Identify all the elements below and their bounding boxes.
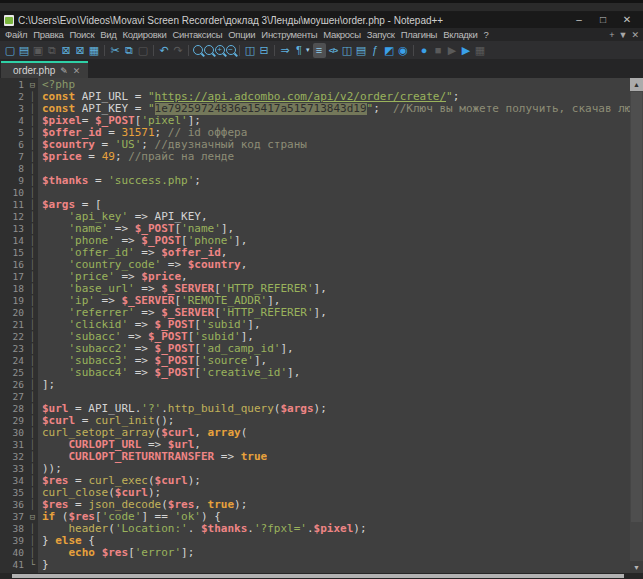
redo-icon[interactable]: ↷ bbox=[172, 43, 185, 58]
paste-icon[interactable]: ▢ bbox=[137, 43, 150, 58]
open-file-icon[interactable]: ▤ bbox=[18, 43, 31, 58]
indent-guide-icon[interactable]: ≡ bbox=[313, 43, 326, 58]
code-rows[interactable]: 1⊟<?php2│const API_URL = "https://api.ad… bbox=[0, 79, 630, 571]
close-file-icon[interactable]: ⊠ bbox=[60, 43, 73, 58]
code-text[interactable]: 'referrer' => $_SERVER['HTTP_REFERER'], bbox=[38, 307, 327, 319]
vertical-scrollbar[interactable]: ▲ ▼ bbox=[630, 78, 643, 573]
show-all-chars-dropdown-icon[interactable]: ▾ bbox=[306, 46, 312, 54]
find-icon[interactable] bbox=[193, 45, 203, 55]
menu-item-Инструменты[interactable]: Инструменты bbox=[258, 29, 320, 40]
menu-item-Файл[interactable]: Файл bbox=[2, 29, 30, 40]
menu-item-Опции[interactable]: Опции bbox=[225, 29, 258, 40]
fold-collapse-icon[interactable]: ⊟ bbox=[27, 79, 38, 91]
menu-item-Запуск[interactable]: Запуск bbox=[364, 29, 398, 40]
code-text[interactable]: $offer_id = 31571; // id оффера bbox=[38, 127, 247, 139]
macro-run-multiple-icon[interactable]: ▶ bbox=[460, 43, 473, 58]
code-text[interactable]: 'subacc3' => $_POST['source'], bbox=[38, 355, 267, 367]
code-text[interactable]: curl_setopt_array($curl, array( bbox=[38, 427, 247, 439]
code-text[interactable]: 'offer_id' => $offer_id, bbox=[38, 247, 227, 259]
horizontal-scrollbar-thumb[interactable] bbox=[12, 574, 624, 578]
code-text[interactable]: $args = [ bbox=[38, 199, 102, 211]
code-text[interactable]: 'base_url' => $_SERVER['HTTP_REFERER'], bbox=[38, 283, 327, 295]
code-text[interactable]: <?php bbox=[38, 79, 75, 91]
code-text[interactable]: $url = API_URL.'?'.http_build_query($arg… bbox=[38, 403, 327, 415]
macro-play-icon[interactable]: ▶ bbox=[446, 43, 459, 58]
word-wrap-icon[interactable]: ⇒ bbox=[279, 43, 292, 58]
folder-workspace-icon[interactable]: ◩ bbox=[383, 43, 396, 58]
code-text[interactable]: $thanks = 'success.php'; bbox=[38, 175, 201, 187]
document-list-icon[interactable]: ▤ bbox=[355, 43, 368, 58]
menu-item-Макросы[interactable]: Макросы bbox=[320, 29, 364, 40]
code-text[interactable]: header('Location:'. $thanks.'?fpxl='.$pi… bbox=[38, 523, 367, 535]
fold-collapse-icon[interactable]: ⊟ bbox=[27, 511, 38, 523]
macro-record-icon[interactable]: ● bbox=[418, 43, 431, 58]
sync-horizontal-scroll-icon[interactable]: ⊟ bbox=[258, 43, 271, 58]
zoom-out-icon[interactable]: − bbox=[226, 45, 236, 55]
function-list-icon[interactable]: </> bbox=[327, 43, 340, 58]
new-file-icon[interactable]: ▢ bbox=[4, 43, 17, 58]
code-text[interactable]: 'subacc' => $_POST['subid'], bbox=[38, 331, 254, 343]
code-text[interactable]: } bbox=[38, 559, 49, 571]
code-text[interactable] bbox=[38, 187, 42, 199]
code-text[interactable] bbox=[38, 163, 42, 175]
menubar-dropdown-icon[interactable]: ▼ bbox=[619, 30, 628, 40]
monitoring-icon[interactable]: ◉ bbox=[397, 43, 410, 58]
code-text[interactable]: $res = json_decode($res, true); bbox=[38, 499, 247, 511]
code-text[interactable]: 'api_key' => API_KEY, bbox=[38, 211, 208, 223]
code-text[interactable]: const API_KEY = "1e79259724836e15417a515… bbox=[38, 103, 630, 115]
macro-save-icon[interactable]: ▦ bbox=[474, 43, 487, 58]
code-text[interactable]: CURLOPT_URL => $url, bbox=[38, 439, 201, 451]
sync-vertical-scroll-icon[interactable]: ◫ bbox=[244, 43, 257, 58]
code-text[interactable]: const API_URL = "https://api.adcombo.com… bbox=[38, 91, 459, 103]
menu-item-Правка[interactable]: Правка bbox=[30, 29, 66, 40]
macro-stop-icon[interactable]: ■ bbox=[432, 43, 445, 58]
code-text[interactable]: 'price' => $price, bbox=[38, 271, 188, 283]
menu-item-Плагины[interactable]: Плагины bbox=[398, 29, 440, 40]
code-text[interactable]: ]; bbox=[38, 379, 55, 391]
menu-item-help[interactable]: ? bbox=[480, 29, 491, 40]
save-all-icon[interactable]: ⧉ bbox=[46, 43, 59, 58]
horizontal-scrollbar[interactable] bbox=[0, 573, 643, 579]
print-icon[interactable]: ▦ bbox=[88, 43, 101, 58]
close-button[interactable]: ✕ bbox=[615, 12, 639, 28]
maximize-button[interactable]: □ bbox=[591, 12, 615, 28]
code-text[interactable]: } else { bbox=[38, 535, 95, 547]
code-text[interactable]: $pixel= $_POST['pixel']; bbox=[38, 115, 201, 127]
show-all-characters-icon[interactable]: ¶ bbox=[293, 43, 306, 58]
menu-item-Вид[interactable]: Вид bbox=[97, 29, 119, 40]
code-text[interactable]: $curl = curl_init(); bbox=[38, 415, 174, 427]
function-panel-icon[interactable]: ƒ bbox=[369, 43, 382, 58]
code-text[interactable]: 'name' => $_POST['name'], bbox=[38, 223, 234, 235]
minimize-button[interactable]: – bbox=[567, 12, 591, 28]
titlebar[interactable]: C:\Users\Evo\Videos\Movavi Screen Record… bbox=[0, 12, 643, 28]
cut-icon[interactable]: ✂ bbox=[109, 43, 122, 58]
code-text[interactable]: 'ip' => $_SERVER['REMOTE_ADDR'], bbox=[38, 295, 280, 307]
copy-icon[interactable]: ⧉ bbox=[123, 43, 136, 58]
undo-icon[interactable]: ↶ bbox=[158, 43, 171, 58]
code-text[interactable]: 'subacc2' => $_POST['ad_camp_id'], bbox=[38, 343, 294, 355]
editor-area[interactable]: 1⊟<?php2│const API_URL = "https://api.ad… bbox=[0, 78, 643, 573]
code-text[interactable]: CURLOPT_RETURNTRANSFER => true bbox=[38, 451, 267, 463]
code-text[interactable]: 'subacc4' => $_POST['creative_id'], bbox=[38, 367, 300, 379]
menubar-close-icon[interactable]: ✕ bbox=[631, 30, 639, 40]
code-text[interactable] bbox=[38, 391, 42, 403]
zoom-in-icon[interactable]: + bbox=[215, 45, 225, 55]
menu-item-Кодировки[interactable]: Кодировки bbox=[120, 29, 170, 40]
save-icon[interactable]: ▣ bbox=[32, 43, 45, 58]
menu-item-Вкладки[interactable]: Вкладки bbox=[440, 29, 480, 40]
menubar-plus-icon[interactable]: + bbox=[609, 30, 614, 40]
tab-order-php[interactable]: order.php ✎ ✕ bbox=[1, 61, 88, 78]
code-text[interactable]: 'clickid' => $_POST['subid'], bbox=[38, 319, 261, 331]
menu-item-Поиск[interactable]: Поиск bbox=[66, 29, 97, 40]
code-text[interactable]: $res = curl_exec($curl); bbox=[38, 475, 201, 487]
document-map-icon[interactable]: ◫ bbox=[341, 43, 354, 58]
code-text[interactable]: )); bbox=[38, 463, 62, 475]
vertical-scrollbar-thumb[interactable] bbox=[631, 92, 642, 522]
code-text[interactable]: 'country_code' => $country, bbox=[38, 259, 247, 271]
code-text[interactable]: 'phone' => $_POST['phone'], bbox=[38, 235, 247, 247]
scroll-up-arrow-icon[interactable]: ▲ bbox=[630, 78, 643, 91]
menu-item-Синтаксисы[interactable]: Синтаксисы bbox=[169, 29, 225, 40]
replace-icon[interactable] bbox=[204, 45, 214, 55]
code-text[interactable]: $country = 'US'; //двузначный код страны bbox=[38, 139, 307, 151]
code-text[interactable]: $price = 49; //прайс на ленде bbox=[38, 151, 234, 163]
